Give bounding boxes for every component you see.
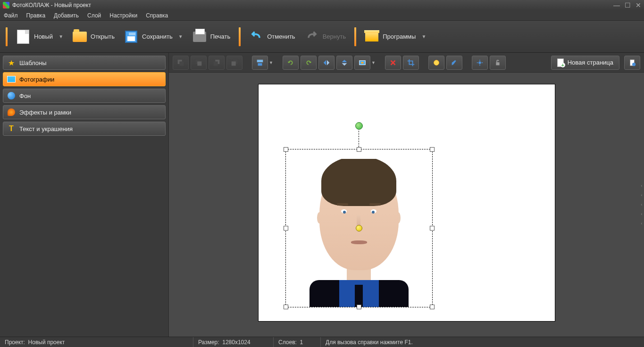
- lock-button[interactable]: [490, 56, 506, 70]
- canvas-viewport[interactable]: ‹‹‹‹‹: [169, 73, 644, 337]
- svg-rect-15: [496, 62, 499, 65]
- text-icon: T: [7, 124, 16, 133]
- send-backward-button[interactable]: [209, 56, 225, 70]
- svg-point-17: [632, 63, 636, 66]
- side-panel: ★ Шаблоны Фотографии Фон Эффекты и рамки…: [0, 53, 169, 337]
- app-icon: [3, 2, 9, 8]
- programs-button[interactable]: Программы ▼: [360, 28, 431, 46]
- printer-icon: [192, 30, 207, 44]
- toolbar-separator: [239, 27, 241, 46]
- resize-handle-tl[interactable]: [284, 147, 288, 152]
- svg-rect-5: [214, 61, 218, 66]
- resize-handle-br[interactable]: [430, 305, 435, 309]
- rotation-handle[interactable]: [355, 122, 363, 130]
- menu-layer[interactable]: Слой: [87, 12, 101, 19]
- palette-icon: [7, 108, 16, 116]
- titlebar: ФотоКОЛЛАЖ - Новый проект — ☐ ✕: [0, 0, 644, 10]
- open-button[interactable]: Открыть: [68, 28, 119, 46]
- chevron-down-icon: ▼: [59, 34, 63, 39]
- redo-icon: [305, 30, 319, 44]
- right-panel-collapsed[interactable]: ‹‹‹‹‹: [639, 181, 644, 228]
- status-layers: Слоев: 1: [274, 337, 321, 347]
- menu-help[interactable]: Справка: [146, 12, 168, 19]
- window-controls: — ☐ ✕: [613, 1, 641, 9]
- svg-point-13: [434, 60, 439, 65]
- flip-horizontal-button[interactable]: [318, 56, 335, 70]
- new-page-icon: [557, 58, 564, 67]
- print-button[interactable]: Печать: [188, 28, 235, 46]
- box-icon: [365, 30, 379, 44]
- center-handle[interactable]: [356, 225, 362, 231]
- svg-rect-9: [258, 63, 262, 65]
- undo-icon: [249, 30, 263, 44]
- file-new-icon: [16, 30, 30, 44]
- send-back-button[interactable]: [226, 56, 243, 70]
- brush-button[interactable]: [446, 56, 462, 70]
- svg-point-14: [478, 61, 481, 64]
- maximize-button[interactable]: ☐: [625, 1, 631, 9]
- chevron-down-icon: ▼: [178, 34, 183, 39]
- status-help: Для вызова справки нажмите F1.: [321, 337, 418, 347]
- selected-object[interactable]: [285, 149, 433, 307]
- status-size: Размер: 1280x1024: [193, 337, 274, 347]
- close-button[interactable]: ✕: [636, 1, 641, 9]
- floppy-icon: [124, 30, 138, 44]
- redo-button[interactable]: Вернуть: [300, 28, 351, 46]
- photo-icon: [7, 75, 16, 83]
- resize-handle-ml[interactable]: [284, 226, 288, 231]
- tool-toolbar: ▼ ▼ Новая страница: [169, 53, 644, 73]
- undo-button[interactable]: Отменить: [244, 28, 300, 46]
- menu-file[interactable]: Файл: [4, 12, 18, 19]
- resize-handle-bl[interactable]: [284, 305, 288, 309]
- minimize-button[interactable]: —: [613, 1, 620, 9]
- svg-rect-3: [197, 61, 201, 66]
- settings-button[interactable]: [472, 56, 488, 70]
- menu-edit[interactable]: Правка: [26, 12, 46, 19]
- resize-handle-tm[interactable]: [357, 147, 361, 152]
- content-area: ★ Шаблоны Фотографии Фон Эффекты и рамки…: [0, 53, 644, 337]
- status-bar: Проект: Новый проект Размер: 1280x1024 С…: [0, 337, 644, 347]
- bring-forward-button[interactable]: [191, 56, 207, 70]
- align-button[interactable]: [252, 56, 268, 70]
- svg-rect-7: [232, 61, 236, 66]
- crop-button[interactable]: [403, 56, 419, 70]
- bring-front-button[interactable]: [173, 56, 189, 70]
- svg-rect-11: [361, 62, 363, 64]
- svg-rect-8: [257, 59, 263, 62]
- window-title: ФотоКОЛЛАЖ - Новый проект: [12, 2, 611, 8]
- photo-content: [309, 159, 409, 307]
- new-page-button[interactable]: Новая страница: [551, 56, 619, 70]
- star-icon: ★: [7, 58, 16, 67]
- resize-handle-tr[interactable]: [430, 147, 435, 152]
- delete-button[interactable]: [385, 56, 401, 70]
- adjust-button[interactable]: [428, 56, 444, 70]
- new-button[interactable]: Новый ▼: [11, 28, 68, 46]
- svg-rect-1: [179, 61, 184, 66]
- sidetab-background[interactable]: Фон: [3, 89, 166, 103]
- rotate-right-button[interactable]: [301, 56, 317, 70]
- chevron-down-icon: ▼: [421, 34, 426, 39]
- rotate-left-button[interactable]: [283, 56, 299, 70]
- menu-settings[interactable]: Настройки: [109, 12, 137, 19]
- status-project: Проект: Новый проект: [0, 337, 193, 347]
- canvas-page[interactable]: [258, 84, 555, 322]
- menu-insert[interactable]: Добавить: [54, 12, 79, 19]
- sidetab-templates[interactable]: ★ Шаблоны: [3, 56, 166, 70]
- fit-button[interactable]: [354, 56, 370, 70]
- folder-open-icon: [73, 30, 87, 44]
- resize-handle-mr[interactable]: [430, 226, 435, 231]
- save-button[interactable]: Сохранить ▼: [119, 28, 188, 46]
- resize-handle-bm[interactable]: [357, 305, 361, 309]
- toolbar-separator: [354, 27, 356, 46]
- toolbar-separator: [6, 27, 8, 46]
- flip-vertical-button[interactable]: [336, 56, 352, 70]
- sidetab-text[interactable]: T Текст и украшения: [3, 122, 166, 136]
- page-settings-button[interactable]: [624, 56, 640, 70]
- main-toolbar: Новый ▼ Открыть Сохранить ▼ Печать Отмен…: [0, 21, 644, 53]
- work-area: ▼ ▼ Новая страница: [169, 53, 644, 337]
- sidetab-effects[interactable]: Эффекты и рамки: [3, 105, 166, 119]
- menubar: Файл Правка Добавить Слой Настройки Спра…: [0, 10, 644, 21]
- sidetab-photos[interactable]: Фотографии: [3, 72, 166, 86]
- globe-icon: [7, 91, 16, 100]
